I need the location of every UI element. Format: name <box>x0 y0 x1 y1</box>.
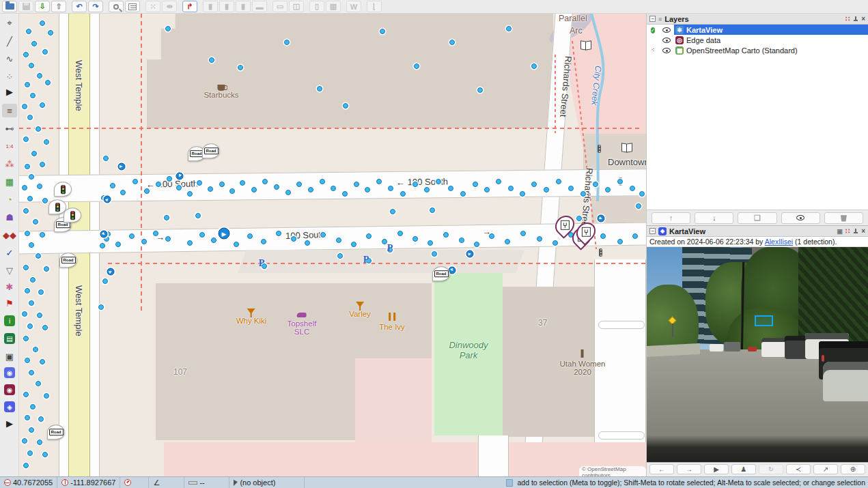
kartaview-image-dot[interactable] <box>27 196 33 201</box>
navigate-button[interactable]: ↗ <box>813 464 838 474</box>
kartaview-image-dot[interactable] <box>29 174 34 180</box>
kartaview-image-dot[interactable] <box>605 187 611 192</box>
rotate-360-button[interactable]: ↻ <box>759 464 783 474</box>
kartaview-image-dot[interactable] <box>36 381 41 386</box>
preset-castle-button[interactable]: W <box>346 1 361 12</box>
kartaview-image-dot[interactable] <box>29 242 34 248</box>
next-image-button[interactable]: → <box>677 464 701 474</box>
kartaview-image-dot[interactable] <box>552 240 558 246</box>
kartaview-image-dot[interactable] <box>197 180 202 186</box>
kartaview-image-dot[interactable] <box>506 26 512 31</box>
kartaview-image-dot[interactable] <box>484 187 490 192</box>
kartaview-image-dot[interactable] <box>100 243 105 248</box>
kartaview-image-dot[interactable] <box>187 240 193 246</box>
kartaview-image-dot[interactable] <box>238 65 243 70</box>
selected-kartaview-image-marker[interactable]: ▶ <box>219 228 230 240</box>
kartaview-image-dot[interactable] <box>23 137 29 142</box>
kartaview-image-dot[interactable] <box>22 311 27 317</box>
layer-delete-button[interactable] <box>824 212 863 224</box>
kartaview-image-dot[interactable] <box>531 182 537 187</box>
kartaview-image-dot[interactable] <box>40 232 45 238</box>
validator-panel-toggle[interactable]: ✓ <box>2 246 17 259</box>
kartaview-image-dot[interactable] <box>520 191 525 197</box>
kartaview-image-dot[interactable] <box>296 182 302 187</box>
kartaview-image-dot[interactable] <box>23 392 29 397</box>
kartaview-heading-dot[interactable]: ▲ <box>176 173 184 180</box>
kartaview-image-dot[interactable] <box>40 359 45 364</box>
kartaview-image-dot[interactable] <box>38 416 44 422</box>
kartaview-image-dot[interactable] <box>274 184 279 190</box>
road-sign-detection-bubble[interactable]: Road <box>59 253 77 268</box>
mode-expander[interactable]: ▶ <box>2 85 17 98</box>
kartaview-image-dot[interactable] <box>164 215 169 220</box>
map-canvas[interactable]: West Temple West Temple ← 100 South ← 10… <box>19 14 646 476</box>
preset-works-button[interactable]: ⌊ <box>367 1 382 12</box>
kartaview-image-dot[interactable] <box>29 427 34 433</box>
redo-button[interactable]: ↷ <box>88 1 103 12</box>
kartaview-image-dot[interactable] <box>176 185 182 190</box>
sticky-icon[interactable]: ∷ <box>845 15 850 23</box>
kartaview-image-dot[interactable] <box>397 231 403 236</box>
pegman-button[interactable]: ♟ <box>731 464 756 474</box>
kartaview-image-dot[interactable] <box>474 242 479 247</box>
kartaview-image-dot[interactable] <box>234 242 239 247</box>
kartaview-image-dot[interactable] <box>27 324 33 329</box>
kartaview-image-dot[interactable] <box>285 190 291 195</box>
kartaview-image-dot[interactable] <box>630 186 635 191</box>
kartaview-image-dot[interactable] <box>31 151 37 156</box>
draw-node-tool[interactable]: ╱ <box>2 34 17 48</box>
kartaview-image-dot[interactable] <box>473 182 478 187</box>
kartaview-image-dot[interactable] <box>400 191 406 197</box>
kartaview-image-dot[interactable] <box>37 73 42 78</box>
sticky-icon[interactable]: ∷ <box>845 227 850 235</box>
layer-move-up-button[interactable]: ↑ <box>652 212 690 224</box>
kartaview-image-dot[interactable] <box>22 104 27 109</box>
extrude-mode-button[interactable]: ↱ <box>182 1 197 12</box>
kartaview-image-dot[interactable] <box>29 63 34 68</box>
kartaview-image-dot[interactable] <box>556 179 561 184</box>
kartaview-image-dot[interactable] <box>22 438 27 444</box>
kartaview-image-dot[interactable] <box>365 187 370 192</box>
road-sign-detection-bubble[interactable]: Road <box>202 143 220 158</box>
kartaview-image-dot[interactable] <box>354 182 359 187</box>
kartaview-image-dot[interactable] <box>26 29 31 34</box>
kartaview-image-dot[interactable] <box>165 26 171 31</box>
preset-building-button[interactable]: ▯ <box>309 1 324 12</box>
kartaview-image-dot[interactable] <box>25 82 30 87</box>
kartaview-image-dot[interactable] <box>27 115 33 120</box>
layer-merge-button[interactable]: ❏ <box>738 212 776 224</box>
kartaview-image-dot[interactable] <box>48 30 53 35</box>
kartaview-image-dot[interactable] <box>593 182 598 187</box>
kartaview-image-dot[interactable] <box>320 179 325 184</box>
kartaview-image-dot[interactable] <box>636 203 641 209</box>
kartaview-image-dot[interactable] <box>443 232 449 238</box>
kartaview-image-dot[interactable] <box>432 251 437 257</box>
commands-panel-toggle[interactable]: ◔ <box>2 192 17 206</box>
kartaview-image-dot[interactable] <box>102 278 108 284</box>
kartaview-image-dot[interactable] <box>520 231 526 236</box>
layer-visibility-button[interactable] <box>781 212 820 224</box>
upload-data-button[interactable]: ⇧ <box>51 1 66 12</box>
kartaview-image-dot[interactable] <box>276 231 281 236</box>
filter-panel-toggle[interactable]: ▽ <box>2 263 17 277</box>
kartaview-image-dot[interactable] <box>25 358 30 363</box>
kartaview-image-dot[interactable] <box>115 242 121 247</box>
panel-expander[interactable]: ▶ <box>2 416 17 430</box>
kartaview-image-dot[interactable] <box>120 190 126 195</box>
kartaview-heading-dot[interactable]: ▲ <box>598 215 605 223</box>
kartaview-image-dot[interactable] <box>25 415 30 420</box>
kartaview-image-dot[interactable] <box>580 191 586 197</box>
kartaview-image-dot[interactable] <box>103 156 109 161</box>
kartaview-image-dot[interactable] <box>208 186 213 192</box>
relations-panel-toggle[interactable]: ⁂ <box>2 157 17 171</box>
kartaview-image-dot[interactable] <box>251 187 257 192</box>
kartaview-image-dot[interactable] <box>22 185 27 190</box>
preset-entrance-button[interactable]: ▮ <box>236 1 251 12</box>
kartaview-image-dot[interactable] <box>141 239 147 244</box>
kartaview-heading-dot[interactable]: ▲ <box>100 231 108 238</box>
kartaview-image-dot[interactable] <box>537 236 542 242</box>
kartaview-image-dot[interactable] <box>262 179 268 184</box>
preset-door-button[interactable]: ▮ <box>219 1 234 12</box>
kartaview-image-dot[interactable] <box>165 236 171 242</box>
kartaview-image-dot[interactable] <box>436 179 441 184</box>
